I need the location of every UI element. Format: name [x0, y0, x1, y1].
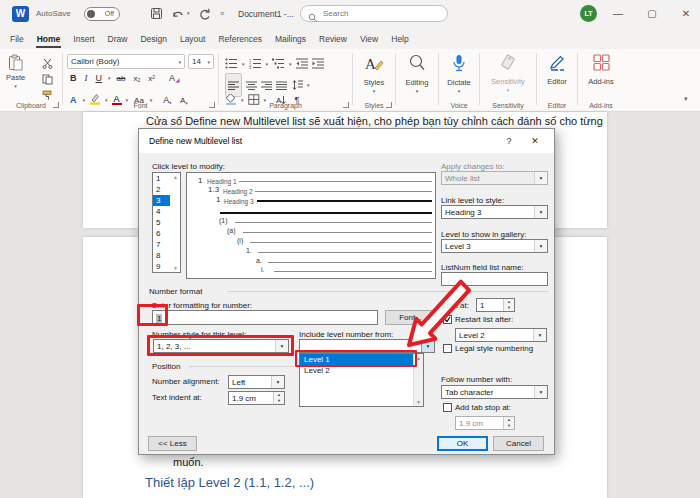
- maximize-icon[interactable]: ▢: [644, 6, 660, 22]
- font-group: Calibri (Body)▾ 14▾ B I U ▾ ab x2 x2 A◢ …: [63, 49, 218, 111]
- level-item[interactable]: 2: [153, 184, 170, 195]
- level-item[interactable]: 7: [153, 239, 170, 250]
- clear-formatting-button[interactable]: A◢: [167, 73, 182, 83]
- minimize-icon[interactable]: —: [610, 6, 626, 22]
- scroll-up-icon[interactable]: ▲: [173, 174, 178, 180]
- tab-mailings[interactable]: Mailings: [274, 30, 307, 48]
- less-button[interactable]: << Less: [148, 436, 197, 451]
- chevron-down-icon: ▼: [533, 329, 546, 341]
- clipboard-dialog-launcher-icon[interactable]: [53, 102, 59, 108]
- ok-button[interactable]: OK: [437, 436, 488, 451]
- multilevel-list-icon[interactable]: [272, 55, 285, 73]
- paragraph-dialog-launcher-icon[interactable]: [343, 102, 349, 108]
- restart-level-combo[interactable]: Level 2▼: [455, 328, 547, 342]
- checkbox-unchecked-icon[interactable]: [443, 403, 452, 412]
- level-item[interactable]: 6: [153, 228, 170, 239]
- editor-button[interactable]: Editor: [540, 49, 574, 86]
- checkbox-checked-icon[interactable]: [443, 315, 452, 324]
- cancel-button[interactable]: Cancel: [493, 436, 544, 451]
- decrease-indent-icon[interactable]: [296, 55, 308, 73]
- font-name-combo[interactable]: Calibri (Body)▾: [67, 54, 185, 69]
- spin-down-icon[interactable]: ▼: [504, 305, 514, 311]
- autosave-state: Off: [105, 10, 114, 17]
- level-item[interactable]: 1: [153, 173, 170, 184]
- customize-toolbar-icon[interactable]: ≡: [220, 10, 224, 17]
- addins-button[interactable]: Add-ins: [583, 49, 619, 86]
- number-alignment-combo[interactable]: Left▼: [228, 375, 285, 389]
- ribbon-tab-bar: File Home Insert Draw Design Layout Refe…: [0, 28, 700, 49]
- tab-draw[interactable]: Draw: [107, 30, 129, 48]
- spin-down-icon[interactable]: ▼: [274, 398, 284, 404]
- bullets-icon[interactable]: [225, 55, 238, 73]
- link-level-combo[interactable]: Heading 3▼: [441, 205, 548, 219]
- autosave-toggle[interactable]: Off: [84, 7, 120, 21]
- level-item[interactable]: 5: [153, 217, 170, 228]
- bold-button[interactable]: B: [68, 73, 79, 83]
- search-input[interactable]: [323, 7, 438, 20]
- strikethrough-button[interactable]: ab: [115, 74, 128, 83]
- follow-number-combo[interactable]: Tab character▼: [441, 385, 548, 399]
- save-icon[interactable]: [150, 6, 163, 24]
- dictate-button[interactable]: Dictate ▾: [442, 49, 476, 93]
- number-format-section-label: Number format: [149, 287, 202, 296]
- tab-file[interactable]: File: [9, 30, 25, 48]
- superscript-button[interactable]: x2: [146, 74, 157, 83]
- increase-indent-icon[interactable]: [312, 55, 324, 73]
- tab-insert[interactable]: Insert: [72, 30, 95, 48]
- preview-number: (1): [219, 217, 228, 224]
- checkbox-unchecked-icon[interactable]: [443, 344, 452, 353]
- tab-help[interactable]: Help: [390, 30, 409, 48]
- listnum-input[interactable]: [441, 272, 548, 286]
- tab-view[interactable]: View: [359, 30, 379, 48]
- voice-group-label: Voice: [439, 102, 479, 109]
- tab-design[interactable]: Design: [139, 30, 167, 48]
- level-listbox[interactable]: 1 2 3 4 5 6 7 8 9 ▲▼: [152, 172, 181, 273]
- redo-icon[interactable]: [198, 7, 211, 25]
- level-item[interactable]: 9: [153, 261, 170, 272]
- close-icon[interactable]: ✕: [678, 6, 694, 22]
- preview-text: Heading 2: [223, 188, 253, 195]
- sensitivity-button[interactable]: Sensitivity ▾: [485, 49, 531, 92]
- gallery-level-combo[interactable]: Level 3▼: [441, 239, 548, 253]
- editing-button[interactable]: Editing ▾: [400, 49, 434, 93]
- font-dialog-launcher-icon[interactable]: [209, 102, 215, 108]
- restart-list-checkbox-row[interactable]: Restart list after:: [443, 315, 513, 324]
- tab-home[interactable]: Home: [36, 30, 62, 48]
- text-indent-spinner[interactable]: 1.9 cm ▲▼: [228, 391, 285, 405]
- tab-references[interactable]: References: [217, 30, 262, 48]
- paste-button[interactable]: Paste ▾: [6, 49, 25, 88]
- avatar[interactable]: LT: [580, 5, 597, 22]
- apply-changes-label: Apply changes to:: [441, 162, 505, 171]
- ribbon-collapse-chevron-icon[interactable]: ▾: [684, 97, 688, 101]
- legal-style-checkbox-row[interactable]: Legal style numbering: [443, 344, 533, 353]
- tab-layout[interactable]: Layout: [179, 30, 207, 48]
- styles-dialog-launcher-icon[interactable]: [386, 102, 392, 108]
- search-box[interactable]: [300, 5, 448, 22]
- level-item[interactable]: 4: [153, 206, 170, 217]
- undo-icon[interactable]: [172, 7, 186, 25]
- level-item[interactable]: 8: [153, 250, 170, 261]
- chevron-down-icon: ▼: [534, 172, 547, 184]
- start-at-spinner[interactable]: 1 ▲▼: [476, 298, 515, 312]
- italic-button[interactable]: I: [83, 73, 90, 83]
- scroll-down-icon[interactable]: ▼: [416, 399, 421, 405]
- chevron-down-icon: ▾: [242, 62, 245, 66]
- dialog-close-icon[interactable]: ✕: [524, 134, 546, 148]
- chevron-down-icon[interactable]: ▼: [421, 340, 434, 352]
- word-logo-icon[interactable]: W: [12, 6, 29, 22]
- subscript-button[interactable]: x2: [131, 74, 142, 83]
- scroll-down-icon[interactable]: ▼: [173, 265, 178, 271]
- font-button[interactable]: Font...: [385, 310, 436, 325]
- font-size-combo[interactable]: 14▾: [188, 54, 214, 69]
- formatting-input[interactable]: 1: [152, 310, 378, 325]
- help-icon[interactable]: ?: [498, 134, 520, 148]
- styles-button[interactable]: A Styles ▾: [357, 49, 391, 93]
- document-heading-text: Thiết lập Level 2 (1.1, 1.2, ...): [145, 475, 314, 490]
- numbering-icon[interactable]: 123: [249, 55, 262, 73]
- underline-button[interactable]: U: [94, 73, 105, 83]
- undo-chevron-icon[interactable]: ▾: [187, 11, 190, 15]
- level-item-selected[interactable]: 3: [153, 195, 170, 206]
- tab-review[interactable]: Review: [318, 30, 348, 48]
- chevron-down-icon: ▼: [534, 386, 547, 398]
- add-tab-checkbox-row[interactable]: Add tab stop at:: [443, 403, 511, 412]
